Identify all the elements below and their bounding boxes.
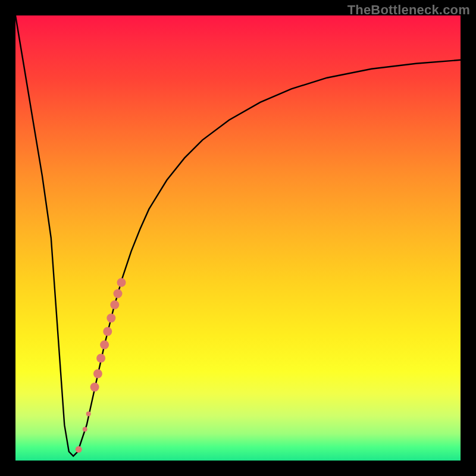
chart-frame: TheBottleneck.com [0, 0, 476, 476]
data-marker [100, 340, 109, 349]
bottleneck-curve [15, 15, 461, 456]
data-marker [96, 354, 105, 363]
data-marker [93, 369, 102, 378]
data-marker [107, 314, 115, 322]
data-marker [117, 278, 126, 287]
data-marker [86, 412, 91, 416]
data-marker [110, 300, 119, 309]
watermark-text: TheBottleneck.com [347, 2, 470, 18]
data-marker [90, 383, 99, 392]
data-marker [103, 327, 112, 336]
data-marker [114, 289, 123, 298]
data-marker [76, 446, 82, 453]
chart-svg [15, 15, 461, 461]
data-marker [83, 427, 87, 432]
